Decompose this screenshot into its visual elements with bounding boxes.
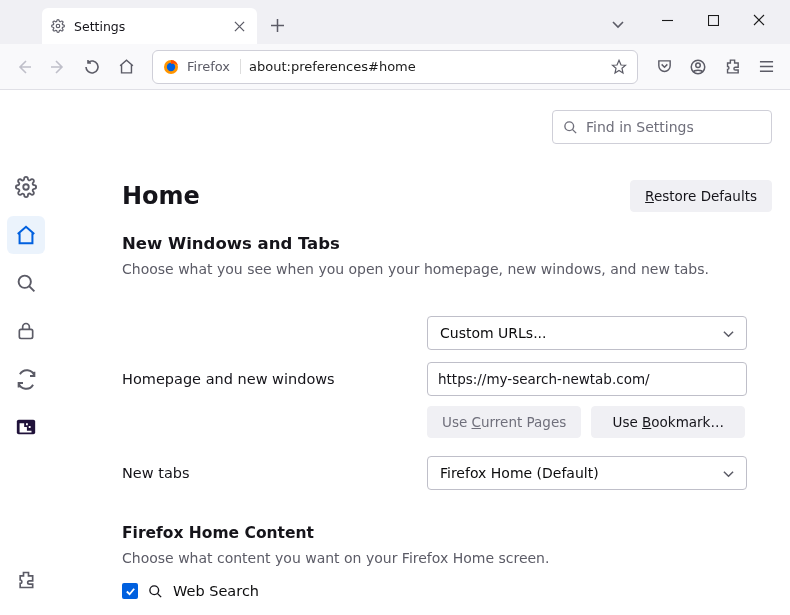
use-current-pages-button[interactable]: Use Current Pages (427, 406, 581, 438)
newtabs-select-value: Firefox Home (Default) (440, 465, 599, 481)
content-area: Find in Settings Home Restore Defaults N… (0, 90, 790, 615)
url-bar[interactable]: Firefox about:preferences#home (152, 50, 638, 84)
minimize-button[interactable] (644, 3, 690, 37)
reload-button[interactable] (76, 51, 108, 83)
sidebar-bottom (0, 561, 52, 599)
svg-rect-8 (19, 329, 32, 338)
search-icon (148, 584, 163, 599)
url-text: about:preferences#home (249, 59, 603, 74)
pocket-button[interactable] (648, 51, 680, 83)
extensions-button[interactable] (716, 51, 748, 83)
new-tab-button[interactable] (263, 11, 291, 39)
find-placeholder: Find in Settings (586, 119, 694, 135)
chevron-down-icon (723, 328, 734, 339)
svg-point-3 (167, 62, 175, 70)
sidebar-item-general[interactable] (7, 168, 45, 206)
svg-point-10 (565, 121, 574, 130)
svg-rect-1 (708, 15, 718, 25)
settings-sidebar (0, 90, 52, 615)
homepage-select-value: Custom URLs... (440, 325, 547, 341)
find-in-settings-input[interactable]: Find in Settings (552, 110, 772, 144)
homepage-mode-select[interactable]: Custom URLs... (427, 316, 747, 350)
identity-label: Firefox (187, 59, 241, 74)
firefox-logo-icon (163, 59, 179, 75)
tab-label: Settings (74, 19, 221, 34)
chevron-down-icon (723, 468, 734, 479)
svg-point-0 (56, 24, 60, 28)
close-window-button[interactable] (736, 3, 782, 37)
use-bookmark-button[interactable]: Use Bookmark… (591, 406, 745, 438)
section-home-content-title: Firefox Home Content (122, 524, 772, 542)
sidebar-item-search[interactable] (7, 264, 45, 302)
account-button[interactable] (682, 51, 714, 83)
svg-point-5 (696, 62, 701, 67)
close-tab-icon[interactable] (229, 16, 249, 36)
checkbox-checked-icon[interactable] (122, 583, 138, 599)
tab-list-button[interactable] (602, 18, 634, 30)
sidebar-item-privacy[interactable] (7, 312, 45, 350)
newtabs-label: New tabs (122, 465, 427, 481)
sidebar-item-home[interactable] (7, 216, 45, 254)
sidebar-item-sync[interactable] (7, 360, 45, 398)
maximize-button[interactable] (690, 3, 736, 37)
restore-defaults-button[interactable]: Restore Defaults (630, 180, 772, 212)
page-title: Home (122, 182, 200, 210)
bookmark-star-icon[interactable] (611, 59, 627, 75)
section-new-windows-desc: Choose what you see when you open your h… (122, 259, 772, 280)
homepage-label: Homepage and new windows (122, 371, 427, 387)
browser-tab[interactable]: Settings (42, 8, 257, 44)
sidebar-item-extensions[interactable] (7, 561, 45, 599)
web-search-checkbox-row[interactable]: Web Search (122, 583, 772, 599)
web-search-label: Web Search (173, 583, 259, 599)
homepage-url-input[interactable] (427, 362, 747, 396)
home-button[interactable] (110, 51, 142, 83)
section-new-windows-title: New Windows and Tabs (122, 234, 772, 253)
sidebar-item-more[interactable] (7, 408, 45, 446)
section-home-content-desc: Choose what content you want on your Fir… (122, 548, 772, 569)
forward-button[interactable] (42, 51, 74, 83)
newtabs-select[interactable]: Firefox Home (Default) (427, 456, 747, 490)
svg-point-11 (150, 585, 159, 594)
window-controls (644, 3, 782, 37)
window-titlebar: Settings (0, 0, 790, 44)
search-icon (563, 120, 578, 135)
svg-point-6 (23, 184, 29, 190)
gear-icon (50, 18, 66, 34)
browser-toolbar: Firefox about:preferences#home (0, 44, 790, 90)
settings-main: Find in Settings Home Restore Defaults N… (52, 90, 790, 615)
svg-point-7 (18, 275, 30, 287)
menu-button[interactable] (750, 51, 782, 83)
back-button[interactable] (8, 51, 40, 83)
